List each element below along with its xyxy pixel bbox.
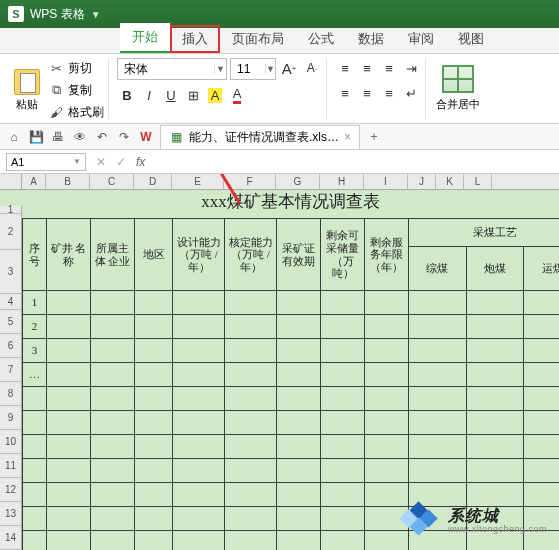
cell[interactable] <box>524 435 559 459</box>
cut-button[interactable]: ✂剪切 <box>48 58 104 78</box>
cell[interactable] <box>321 435 365 459</box>
cell[interactable] <box>47 387 91 411</box>
row-header[interactable]: 1 <box>0 206 22 214</box>
tab-review[interactable]: 审阅 <box>396 25 446 53</box>
align-bottom-button[interactable]: ≡ <box>379 58 399 78</box>
cell[interactable] <box>135 531 173 551</box>
row-header[interactable]: 12 <box>0 478 22 502</box>
row-header[interactable]: 10 <box>0 430 22 454</box>
cell[interactable] <box>466 435 524 459</box>
cell[interactable] <box>466 387 524 411</box>
cell[interactable] <box>225 339 277 363</box>
tab-insert[interactable]: 插入 <box>170 25 220 53</box>
row-header[interactable]: 6 <box>0 334 22 358</box>
cell[interactable] <box>466 411 524 435</box>
preview-icon[interactable]: 👁 <box>72 129 88 145</box>
cell[interactable] <box>321 459 365 483</box>
cell[interactable] <box>277 291 321 315</box>
cell[interactable] <box>466 363 524 387</box>
cell[interactable] <box>321 363 365 387</box>
cell[interactable] <box>173 531 225 551</box>
home-icon[interactable]: ⌂ <box>6 129 22 145</box>
cell-seq[interactable]: 1 <box>23 291 47 315</box>
cell[interactable] <box>277 507 321 531</box>
cell[interactable] <box>173 435 225 459</box>
tab-view[interactable]: 视图 <box>446 25 496 53</box>
cell[interactable] <box>225 531 277 551</box>
cell[interactable] <box>173 339 225 363</box>
cell-seq[interactable] <box>23 435 47 459</box>
align-top-button[interactable]: ≡ <box>335 58 355 78</box>
cell[interactable] <box>321 291 365 315</box>
cell[interactable] <box>365 459 409 483</box>
row-header[interactable]: 2 <box>0 214 22 250</box>
border-button[interactable]: ⊞ <box>183 85 203 105</box>
row-header[interactable]: 14 <box>0 526 22 550</box>
cell[interactable] <box>173 387 225 411</box>
redo-icon[interactable]: ↷ <box>116 129 132 145</box>
cell[interactable] <box>135 435 173 459</box>
cell[interactable] <box>321 507 365 531</box>
cell[interactable] <box>91 387 135 411</box>
tab-formulas[interactable]: 公式 <box>296 25 346 53</box>
cell[interactable] <box>409 459 467 483</box>
cell[interactable] <box>225 459 277 483</box>
cell[interactable] <box>91 531 135 551</box>
row-header[interactable]: 9 <box>0 406 22 430</box>
cell[interactable] <box>365 363 409 387</box>
cell[interactable] <box>365 339 409 363</box>
row-header[interactable]: 11 <box>0 454 22 478</box>
tab-page-layout[interactable]: 页面布局 <box>220 25 296 53</box>
indent-button[interactable]: ⇥ <box>401 58 421 78</box>
cell-seq[interactable] <box>23 483 47 507</box>
merge-button[interactable]: 合并居中 <box>436 97 480 112</box>
cell[interactable] <box>135 411 173 435</box>
tab-data[interactable]: 数据 <box>346 25 396 53</box>
copy-button[interactable]: ⧉复制 <box>48 80 104 100</box>
cell-seq[interactable] <box>23 411 47 435</box>
cell[interactable] <box>173 507 225 531</box>
wrap-button[interactable]: ↵ <box>401 83 421 103</box>
add-tab-icon[interactable]: ＋ <box>366 129 382 145</box>
paste-button[interactable]: 粘贴 <box>10 58 44 122</box>
cell[interactable] <box>365 315 409 339</box>
cell[interactable] <box>225 387 277 411</box>
cell[interactable] <box>91 411 135 435</box>
format-painter-button[interactable]: 🖌格式刷 <box>48 102 104 122</box>
cell[interactable] <box>225 363 277 387</box>
row-header[interactable]: 4 <box>0 294 22 310</box>
undo-icon[interactable]: ↶ <box>94 129 110 145</box>
font-size-select[interactable]: ▼ <box>230 58 276 80</box>
cell[interactable] <box>466 291 524 315</box>
cell[interactable] <box>524 387 559 411</box>
cell[interactable] <box>321 339 365 363</box>
cell[interactable] <box>365 411 409 435</box>
cell[interactable] <box>47 291 91 315</box>
cell[interactable] <box>135 291 173 315</box>
underline-button[interactable]: U <box>161 85 181 105</box>
save-icon[interactable]: 💾 <box>28 129 44 145</box>
row-header[interactable]: 7 <box>0 358 22 382</box>
cell[interactable] <box>47 507 91 531</box>
cell-seq[interactable] <box>23 507 47 531</box>
cell[interactable] <box>277 315 321 339</box>
cell[interactable] <box>173 315 225 339</box>
font-color-button[interactable]: A <box>227 85 247 105</box>
cell[interactable] <box>466 315 524 339</box>
align-center-button[interactable]: ≡ <box>357 83 377 103</box>
cell[interactable] <box>47 315 91 339</box>
chevron-down-icon[interactable]: ▼ <box>214 64 226 74</box>
cell[interactable] <box>321 315 365 339</box>
cell[interactable] <box>365 387 409 411</box>
close-icon[interactable]: × <box>344 130 351 144</box>
cancel-icon[interactable]: ✕ <box>96 155 106 169</box>
cell[interactable] <box>135 507 173 531</box>
cell[interactable] <box>225 291 277 315</box>
cell[interactable] <box>173 459 225 483</box>
cell[interactable] <box>225 435 277 459</box>
cell[interactable] <box>321 411 365 435</box>
cell[interactable] <box>135 339 173 363</box>
cell[interactable] <box>466 459 524 483</box>
cell[interactable] <box>135 483 173 507</box>
cell[interactable] <box>47 411 91 435</box>
